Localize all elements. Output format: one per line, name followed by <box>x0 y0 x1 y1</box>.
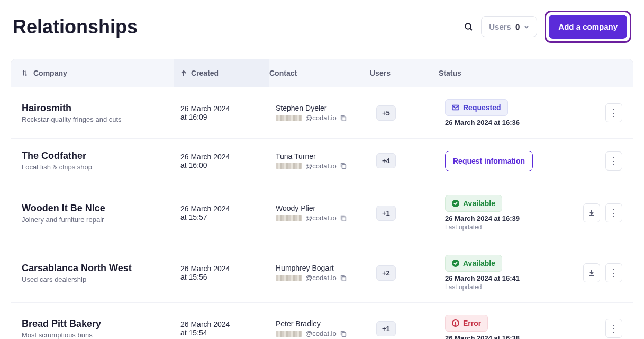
relationships-table: Company Created Contact Users Status Hai… <box>11 59 633 339</box>
table-row: Bread Pitt Bakery Most scrumptious buns … <box>11 303 633 339</box>
table-row: The Codfather Local fish & chips shop 26… <box>11 139 633 183</box>
contact-email-redacted <box>276 215 302 221</box>
row-menu-button[interactable]: ⋮ <box>605 151 622 171</box>
company-description: Most scrumptious buns <box>22 331 180 339</box>
created-date: 26 March 2024 <box>180 104 276 113</box>
request-information-button[interactable]: Request information <box>445 151 533 171</box>
check-circle-icon <box>452 260 459 267</box>
svg-point-12 <box>456 325 456 325</box>
company-name[interactable]: Wooden It Be Nice <box>22 203 180 214</box>
company-description: Joinery and furniture repair <box>22 216 180 224</box>
contact-email-redacted <box>276 275 302 281</box>
column-header-company[interactable]: Company <box>22 69 180 77</box>
chevron-down-icon <box>524 24 529 30</box>
page-title: Relationships <box>13 16 138 38</box>
company-name[interactable]: Hairosmith <box>22 103 180 114</box>
column-header-created[interactable]: Created <box>174 59 269 87</box>
contact-name: Peter Bradley <box>276 319 376 328</box>
contact-email-redacted <box>276 331 302 337</box>
status-badge-available: Available <box>445 255 502 272</box>
contact-name: Woody Plier <box>276 204 376 212</box>
status-badge-error: Error <box>445 315 488 332</box>
users-filter-dropdown[interactable]: Users 0 <box>481 16 537 37</box>
copy-icon[interactable] <box>340 114 347 122</box>
table-row: Hairosmith Rockstar-quality fringes and … <box>11 87 633 139</box>
users-filter-count: 0 <box>515 22 520 31</box>
contact-name: Humphrey Bogart <box>276 264 376 272</box>
users-count-badge[interactable]: +2 <box>376 265 396 281</box>
company-name[interactable]: Bread Pitt Bakery <box>22 318 180 329</box>
contact-email-domain: @codat.io <box>305 162 337 170</box>
copy-icon[interactable] <box>340 215 347 222</box>
contact-email-redacted <box>276 115 302 121</box>
company-description: Rockstar-quality fringes and cuts <box>22 115 180 123</box>
sort-icon <box>22 70 28 76</box>
row-menu-button[interactable]: ⋮ <box>605 319 622 338</box>
created-time: at 15:57 <box>180 213 276 221</box>
row-menu-button[interactable]: ⋮ <box>605 103 622 122</box>
created-time: at 16:09 <box>180 113 276 121</box>
vertical-dots-icon: ⋮ <box>609 268 619 278</box>
download-icon <box>588 209 595 217</box>
svg-rect-9 <box>342 332 346 336</box>
download-button[interactable] <box>583 203 600 222</box>
copy-icon[interactable] <box>340 330 347 337</box>
download-button[interactable] <box>583 263 600 282</box>
created-date: 26 March 2024 <box>180 264 276 273</box>
add-company-highlight: Add a company <box>545 11 631 43</box>
status-subtext: Last updated <box>445 224 583 231</box>
copy-icon[interactable] <box>340 274 347 282</box>
svg-point-0 <box>466 23 471 29</box>
contact-name: Tuna Turner <box>276 152 376 160</box>
copy-icon[interactable] <box>340 162 347 170</box>
users-filter-label: Users <box>489 22 511 31</box>
row-menu-button[interactable]: ⋮ <box>605 203 622 222</box>
table-header: Company Created Contact Users Status <box>11 59 633 87</box>
contact-name: Stephen Dyeler <box>276 104 376 112</box>
created-time: at 15:56 <box>180 273 276 281</box>
add-company-button[interactable]: Add a company <box>549 15 627 39</box>
status-timestamp: 26 March 2024 at 16:39 <box>445 215 583 222</box>
created-date: 26 March 2024 <box>180 320 276 328</box>
vertical-dots-icon: ⋮ <box>609 208 619 218</box>
users-count-badge[interactable]: +4 <box>376 153 396 168</box>
users-count-badge[interactable]: +5 <box>376 105 396 121</box>
status-timestamp: 26 March 2024 at 16:36 <box>445 119 583 127</box>
vertical-dots-icon: ⋮ <box>609 156 619 166</box>
status-badge-available: Available <box>445 195 502 212</box>
page-header: Relationships Users 0 Add a company <box>11 11 633 43</box>
vertical-dots-icon: ⋮ <box>609 324 619 333</box>
status-subtext: Last updated <box>445 283 583 291</box>
row-menu-button[interactable]: ⋮ <box>605 263 622 282</box>
contact-email-domain: @codat.io <box>305 274 337 282</box>
users-count-badge[interactable]: +1 <box>376 321 396 336</box>
svg-rect-2 <box>342 117 346 121</box>
error-circle-icon <box>452 319 459 327</box>
svg-rect-4 <box>342 164 346 168</box>
column-header-status[interactable]: Status <box>439 69 576 77</box>
created-time: at 15:54 <box>180 328 276 337</box>
company-name[interactable]: Carsablanca North West <box>22 263 180 274</box>
table-row: Carsablanca North West Used cars dealers… <box>11 243 633 303</box>
company-name[interactable]: The Codfather <box>22 150 180 162</box>
search-icon[interactable] <box>464 22 474 32</box>
status-timestamp: 26 March 2024 at 16:41 <box>445 274 583 282</box>
status-timestamp: 26 March 2024 at 16:38 <box>445 334 583 339</box>
status-badge-requested: Requested <box>445 99 508 116</box>
users-count-badge[interactable]: +1 <box>376 206 396 221</box>
column-header-contact[interactable]: Contact <box>269 69 370 77</box>
envelope-icon <box>452 104 459 111</box>
created-date: 26 March 2024 <box>180 153 276 161</box>
contact-email-domain: @codat.io <box>305 214 337 222</box>
svg-rect-5 <box>342 217 346 221</box>
company-description: Used cars dealership <box>22 275 180 283</box>
contact-email-redacted <box>276 163 302 169</box>
contact-email-domain: @codat.io <box>305 329 337 337</box>
vertical-dots-icon: ⋮ <box>609 108 619 118</box>
column-header-users[interactable]: Users <box>370 69 439 77</box>
header-actions: Users 0 Add a company <box>464 11 631 43</box>
created-date: 26 March 2024 <box>180 204 276 213</box>
svg-line-1 <box>470 28 473 30</box>
created-time: at 16:00 <box>180 161 276 170</box>
arrow-up-icon <box>180 70 187 76</box>
